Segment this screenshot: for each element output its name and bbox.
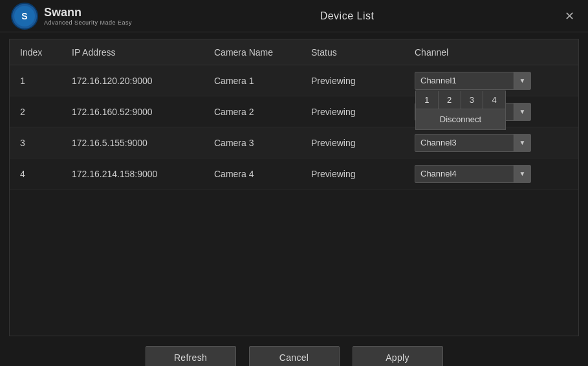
header-status: Status [311, 47, 415, 58]
table-header: Index IP Address Camera Name Status Chan… [10, 39, 578, 65]
cell-ip: 172.16.160.52:9000 [72, 107, 214, 117]
swann-logo: S [10, 2, 39, 30]
channel-num-3[interactable]: 3 [461, 91, 484, 109]
cell-camera-name: Camera 4 [214, 169, 311, 179]
header-ip: IP Address [72, 47, 214, 58]
dropdown-arrow-icon: ▼ [514, 166, 530, 182]
cell-status: Previewing [311, 76, 415, 86]
header-index: Index [20, 47, 72, 58]
channel-value: Channel4 [415, 169, 514, 178]
table-row: 1 172.16.120.20:9000 Camera 1 Previewing… [10, 65, 578, 96]
channel-num-2[interactable]: 2 [439, 91, 461, 109]
channel-num-4[interactable]: 4 [483, 91, 505, 109]
table-row: 4 172.16.214.158:9000 Camera 4 Previewin… [10, 158, 578, 189]
header-channel: Channel [415, 47, 531, 58]
logo-area: S Swann Advanced Security Made Easy [10, 2, 132, 30]
channel-numbers: 1 2 3 4 [416, 91, 505, 109]
cell-camera-name: Camera 3 [214, 138, 311, 148]
dropdown-arrow-icon: ▼ [514, 103, 530, 120]
cell-status: Previewing [311, 107, 415, 117]
refresh-button[interactable]: Refresh [146, 346, 236, 366]
disconnect-button[interactable]: Disconnect [416, 109, 505, 129]
header-camera-name: Camera Name [214, 47, 311, 58]
close-button[interactable]: ✕ [562, 8, 578, 24]
cell-status: Previewing [311, 169, 415, 179]
cell-channel: Channel4 ▼ [415, 165, 531, 183]
dropdown-arrow-icon: ▼ [514, 72, 530, 89]
brand-tagline: Advanced Security Made Easy [44, 19, 132, 26]
brand-info: Swann Advanced Security Made Easy [44, 6, 132, 26]
channel-num-1[interactable]: 1 [416, 91, 439, 109]
cell-index: 3 [20, 138, 72, 148]
cell-ip: 172.16.5.155:9000 [72, 138, 214, 148]
cell-camera-name: Camera 1 [214, 76, 311, 86]
brand-name: Swann [44, 6, 132, 19]
cell-index: 4 [20, 169, 72, 179]
cell-index: 1 [20, 76, 72, 86]
cell-camera-name: Camera 2 [214, 107, 311, 117]
channel-dropdown-3[interactable]: Channel3 ▼ [415, 134, 531, 152]
channel-value: Channel3 [415, 138, 514, 147]
cell-index: 2 [20, 107, 72, 117]
cell-ip: 172.16.120.20:9000 [72, 76, 214, 86]
footer: Refresh Cancel Apply [0, 343, 588, 366]
table-row: 3 172.16.5.155:9000 Camera 3 Previewing … [10, 127, 578, 158]
window-title: Device List [320, 10, 375, 22]
channel-value: Channel1 [415, 76, 514, 85]
apply-button[interactable]: Apply [353, 346, 443, 366]
channel-dropdown-4[interactable]: Channel4 ▼ [415, 165, 531, 183]
cell-ip: 172.16.214.158:9000 [72, 169, 214, 179]
dropdown-arrow-icon: ▼ [514, 135, 530, 151]
title-bar: S Swann Advanced Security Made Easy Devi… [0, 0, 588, 32]
cell-status: Previewing [311, 138, 415, 148]
channel-dropdown-1[interactable]: Channel1 ▼ 1 2 3 4 Disconnect [415, 72, 531, 90]
cell-channel: Channel1 ▼ 1 2 3 4 Disconnect [415, 72, 531, 90]
device-list-panel: Index IP Address Camera Name Status Chan… [9, 39, 579, 336]
svg-text:S: S [21, 11, 27, 21]
cell-channel: Channel3 ▼ [415, 134, 531, 152]
channel-popup: 1 2 3 4 Disconnect [415, 91, 506, 130]
cancel-button[interactable]: Cancel [249, 346, 340, 366]
